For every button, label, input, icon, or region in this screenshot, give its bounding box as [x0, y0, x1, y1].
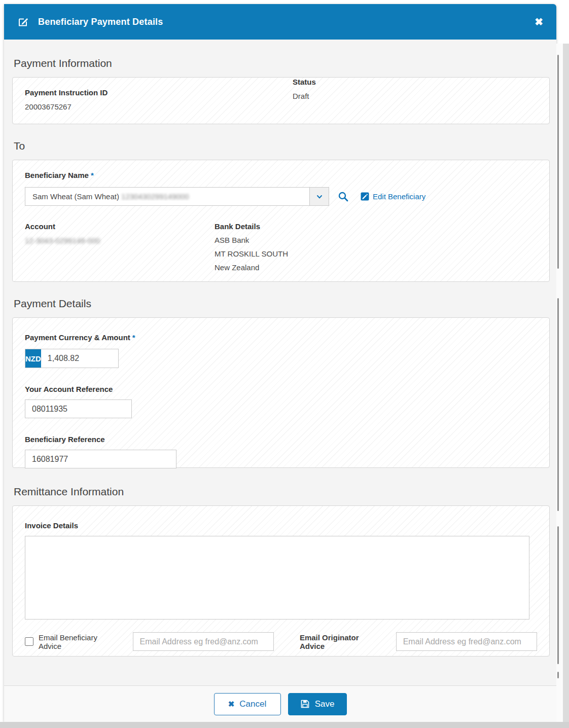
search-icon[interactable] [337, 191, 349, 203]
beneficiary-reference-label: Beneficiary Reference [25, 435, 537, 444]
payment-instruction-id-group: Payment Instruction ID 20003675267 [25, 88, 537, 111]
email-beneficiary-advice-checkbox[interactable] [25, 637, 33, 646]
modal-body: Payment Information Payment Instruction … [4, 57, 556, 657]
account-reference-label: Your Account Reference [25, 385, 537, 393]
currency-amount-label: Payment Currency & Amount* [25, 333, 537, 342]
edit-beneficiary-label: Edit Beneficiary [373, 192, 425, 201]
to-heading: To [14, 140, 550, 152]
beneficiary-selected-option: Sam Wheat (Sam Wheat) 1230430299149000 [25, 192, 309, 201]
scrollbar[interactable] [556, 44, 563, 722]
account-bank-row: Account 12-3043-0299149-000 Bank Details… [25, 222, 537, 245]
email-beneficiary-advice-label: Email Beneficiary Advice [39, 633, 121, 650]
payment-details-card: Payment Currency & Amount* NZD Your Acco… [12, 317, 550, 468]
payment-information-heading: Payment Information [14, 57, 550, 69]
currency-amount-label-text: Payment Currency & Amount [25, 333, 130, 342]
scrollbar-thumb[interactable] [557, 672, 559, 678]
bank-name: ASB Bank [215, 236, 288, 244]
bank-branch: MT ROSKILL SOUTH [215, 250, 288, 258]
to-card: Beneficiary Name* Sam Wheat (Sam Wheat) … [12, 160, 550, 282]
invoice-details-textarea[interactable] [25, 536, 529, 620]
bank-details-group: Bank Details ASB Bank MT ROSKILL SOUTH N… [215, 222, 288, 272]
email-advice-row: Email Beneficiary Advice Email Originato… [25, 632, 537, 651]
beneficiary-name-text: Sam Wheat (Sam Wheat) [32, 192, 121, 201]
remittance-card: Invoice Details Email Beneficiary Advice… [12, 505, 550, 657]
remittance-information-heading: Remittance Information [14, 486, 550, 498]
modal-footer: ✖ Cancel Save [4, 685, 556, 722]
payment-details-heading: Payment Details [14, 298, 550, 310]
beneficiary-name-select[interactable]: Sam Wheat (Sam Wheat) 1230430299149000 [25, 187, 329, 206]
status-group: Status Draft [293, 78, 316, 100]
beneficiary-number-text: 1230430299149000 [121, 192, 189, 201]
edit-beneficiary-link[interactable]: Edit Beneficiary [361, 192, 425, 201]
beneficiary-name-label: Beneficiary Name* [25, 171, 537, 179]
bank-details-label: Bank Details [215, 222, 288, 231]
edit-pencil-square-icon [361, 192, 369, 201]
close-icon[interactable]: ✖ [535, 17, 543, 27]
amount-input[interactable] [41, 349, 153, 368]
payment-instruction-id-value: 20003675267 [25, 102, 537, 111]
currency-amount-group: NZD [25, 349, 119, 368]
account-reference-input[interactable] [25, 399, 132, 418]
currency-badge[interactable]: NZD [25, 349, 41, 368]
save-label: Save [315, 699, 335, 709]
email-beneficiary-advice-input[interactable] [133, 632, 274, 651]
payment-information-card: Payment Instruction ID 20003675267 Statu… [12, 77, 550, 124]
cancel-x-icon: ✖ [228, 700, 235, 709]
cancel-label: Cancel [239, 699, 266, 709]
page-backdrop-right [563, 44, 569, 722]
chevron-down-icon[interactable] [309, 188, 329, 205]
modal-header: Beneficiary Payment Details ✖ [4, 4, 556, 40]
beneficiary-payment-details-modal: Beneficiary Payment Details ✖ Payment In… [4, 4, 556, 722]
cancel-button[interactable]: ✖ Cancel [214, 693, 281, 715]
bank-country: New Zealand [215, 264, 288, 272]
save-button[interactable]: Save [288, 693, 347, 715]
invoice-details-label: Invoice Details [25, 521, 537, 530]
email-originator-advice-label: Email Originator Advice [300, 633, 385, 650]
beneficiary-reference-input[interactable] [25, 450, 176, 468]
beneficiary-name-label-text: Beneficiary Name [25, 171, 89, 179]
edit-document-icon [17, 16, 29, 28]
scrollbar-thumb[interactable] [557, 298, 559, 511]
scrollbar-thumb[interactable] [557, 526, 559, 664]
status-label: Status [293, 78, 316, 86]
beneficiary-select-row: Sam Wheat (Sam Wheat) 1230430299149000 [25, 187, 537, 206]
payment-instruction-id-label: Payment Instruction ID [25, 88, 537, 97]
modal-title: Beneficiary Payment Details [38, 17, 163, 27]
page-backdrop-bottom [0, 722, 569, 728]
required-asterisk: * [91, 171, 94, 179]
status-value: Draft [293, 92, 316, 100]
save-floppy-icon [300, 699, 310, 709]
required-asterisk: * [132, 333, 135, 342]
email-originator-advice-input[interactable] [396, 632, 537, 651]
scrollbar-thumb[interactable] [557, 55, 559, 269]
